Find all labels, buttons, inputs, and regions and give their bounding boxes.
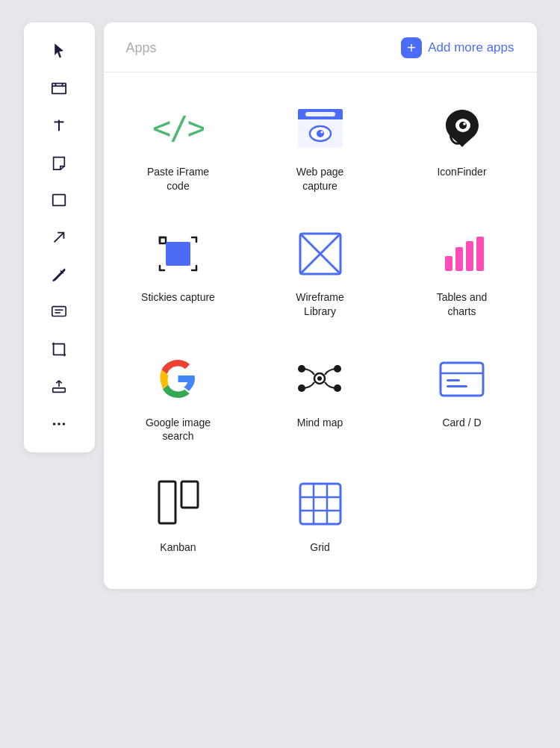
svg-rect-17 xyxy=(53,388,66,393)
tables-charts-icon xyxy=(436,228,488,280)
iconfinder-icon xyxy=(436,102,488,155)
svg-point-31 xyxy=(459,122,467,129)
stickies-capture-label: Stickies capture xyxy=(141,290,215,305)
svg-point-20 xyxy=(63,423,66,426)
tables-charts-label: Tables andcharts xyxy=(437,290,488,319)
card-d-icon xyxy=(436,353,488,405)
sidebar-frame-tool[interactable] xyxy=(43,72,75,105)
svg-rect-39 xyxy=(455,247,463,271)
sidebar-crop-tool[interactable] xyxy=(43,333,75,366)
wireframe-library-label: WireframeLibrary xyxy=(296,290,344,319)
webpage-capture-icon xyxy=(294,102,346,155)
svg-point-46 xyxy=(334,365,341,373)
svg-rect-24 xyxy=(305,112,335,116)
app-stickies-capture[interactable]: Stickies capture xyxy=(111,213,246,331)
app-grid[interactable]: Grid xyxy=(253,463,388,567)
svg-point-18 xyxy=(53,423,56,426)
app-paste-iframe[interactable]: </> Paste iFramecode xyxy=(111,87,246,205)
webpage-capture-label: Web pagecapture xyxy=(296,165,344,193)
svg-rect-38 xyxy=(445,256,452,271)
svg-rect-53 xyxy=(181,481,198,508)
stickies-capture-icon xyxy=(152,228,205,280)
apps-grid: </> Paste iFramecode xyxy=(104,72,537,589)
svg-rect-41 xyxy=(476,237,484,271)
sidebar-pen-tool[interactable] xyxy=(43,258,75,291)
svg-point-45 xyxy=(298,384,305,392)
svg-rect-52 xyxy=(159,481,175,523)
svg-rect-51 xyxy=(447,385,467,387)
sidebar-shape-tool[interactable] xyxy=(43,184,75,216)
svg-rect-54 xyxy=(300,484,340,524)
svg-rect-12 xyxy=(54,344,65,355)
google-image-search-icon xyxy=(152,353,205,405)
app-kanban[interactable]: Kanban xyxy=(111,463,246,567)
app-wireframe-library[interactable]: WireframeLibrary xyxy=(253,213,388,331)
svg-rect-40 xyxy=(466,241,473,271)
svg-point-44 xyxy=(298,365,305,373)
plus-icon: + xyxy=(401,37,422,58)
paste-iframe-icon: </> xyxy=(152,102,205,155)
svg-rect-0 xyxy=(52,84,66,94)
card-d-label: Card / D xyxy=(442,416,481,430)
apps-panel: Apps + Add more apps </> Paste iFramecod… xyxy=(104,22,537,589)
app-mind-map[interactable]: Mind map xyxy=(253,338,388,456)
kanban-label: Kanban xyxy=(160,540,196,555)
svg-point-47 xyxy=(334,384,341,392)
grid-label: Grid xyxy=(310,540,329,555)
sidebar-more-tool[interactable] xyxy=(43,408,75,440)
svg-point-28 xyxy=(317,130,324,137)
add-more-apps-button[interactable]: + Add more apps xyxy=(401,37,514,58)
kanban-icon xyxy=(152,478,205,530)
svg-point-19 xyxy=(57,423,60,426)
sidebar-comment-tool[interactable] xyxy=(43,296,75,328)
app-google-image-search[interactable]: Google imagesearch xyxy=(111,338,246,456)
svg-point-29 xyxy=(320,131,323,134)
svg-rect-50 xyxy=(447,379,460,381)
grid-icon xyxy=(294,478,346,530)
svg-rect-34 xyxy=(166,242,190,266)
sidebar-text-tool[interactable] xyxy=(43,109,75,142)
sidebar-upload-tool[interactable] xyxy=(43,370,75,403)
add-more-label: Add more apps xyxy=(428,40,514,55)
sidebar-sticky-tool[interactable] xyxy=(43,146,75,179)
svg-line-7 xyxy=(55,233,64,243)
svg-point-32 xyxy=(463,122,466,125)
mind-map-icon xyxy=(294,353,346,405)
app-card-d[interactable]: Card / D xyxy=(395,338,529,456)
app-iconfinder[interactable]: IconFinder xyxy=(395,87,529,205)
iconfinder-label: IconFinder xyxy=(437,165,486,179)
wireframe-library-icon xyxy=(294,228,346,280)
svg-text:</>: </> xyxy=(153,110,204,146)
sidebar-cursor-tool[interactable] xyxy=(43,34,75,67)
mind-map-label: Mind map xyxy=(297,416,343,430)
svg-point-43 xyxy=(317,376,322,381)
app-webpage-capture[interactable]: Web pagecapture xyxy=(253,87,388,205)
apps-header: Apps + Add more apps xyxy=(104,22,537,72)
google-image-search-label: Google imagesearch xyxy=(146,416,211,444)
app-tables-charts[interactable]: Tables andcharts xyxy=(395,213,529,331)
svg-rect-6 xyxy=(53,195,66,206)
apps-title: Apps xyxy=(126,40,157,56)
sidebar xyxy=(24,22,95,452)
paste-iframe-label: Paste iFramecode xyxy=(147,165,209,193)
sidebar-arrow-tool[interactable] xyxy=(43,221,75,254)
svg-rect-9 xyxy=(52,307,66,317)
svg-rect-48 xyxy=(441,363,483,396)
